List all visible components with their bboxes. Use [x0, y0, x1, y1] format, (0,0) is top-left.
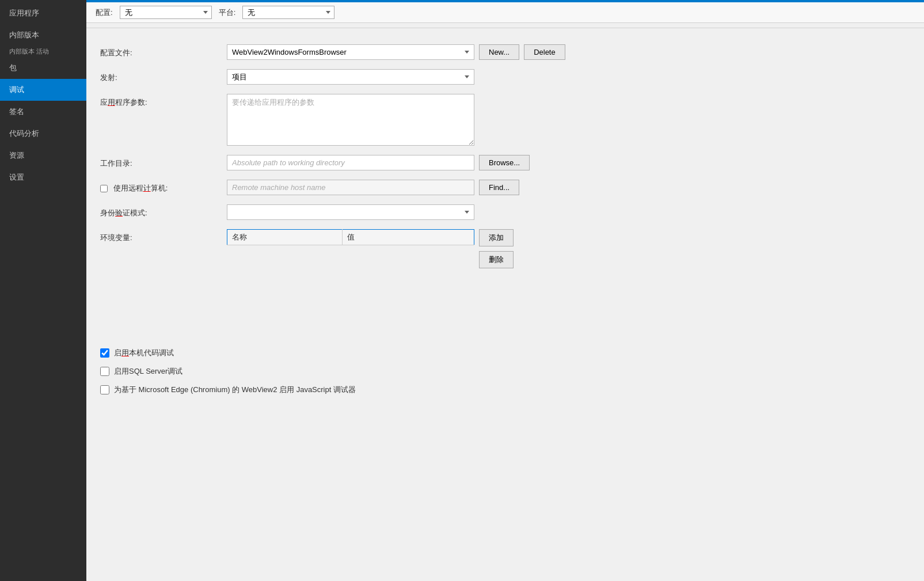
app-params-input[interactable] [227, 94, 474, 146]
launch-label: 发射: [100, 69, 227, 83]
new-button[interactable]: New... [479, 44, 519, 60]
add-env-button[interactable]: 添加 [479, 229, 514, 246]
config-file-row: 配置文件: WebView2WindowsFormsBrowser New...… [100, 44, 910, 60]
webview2-debug-checkbox[interactable] [100, 385, 109, 394]
auth-mode-controls [227, 204, 910, 220]
sidebar: 应用程序 内部版本 内部版本 活动 包 调试 签名 代码分析 资源 设置 [0, 0, 86, 581]
form-content: 配置文件: WebView2WindowsFormsBrowser New...… [86, 33, 924, 581]
working-dir-controls: Browse... [227, 155, 910, 170]
remote-machine-controls: Find... [227, 180, 910, 195]
remote-machine-input[interactable] [227, 180, 474, 195]
remove-env-button[interactable]: 删除 [479, 251, 514, 268]
native-debug-checkbox[interactable] [100, 348, 109, 358]
sql-debug-label: 启用SQL Server调试 [114, 366, 182, 377]
sidebar-item-internal-sub[interactable]: 内部版本 活动 [0, 46, 86, 57]
platform-label: 平台: [219, 7, 236, 18]
config-label: 配置: [96, 7, 113, 18]
working-dir-label: 工作目录: [100, 155, 227, 169]
config-file-label: 配置文件: [100, 44, 227, 58]
launch-controls: 项目 [227, 69, 910, 85]
env-table: 名称 值 [227, 229, 474, 245]
app-params-controls [227, 94, 910, 146]
env-vars-row: 环境变量: 名称 值 添加 [100, 229, 910, 339]
sql-debug-row: 启用SQL Server调试 [100, 366, 910, 377]
native-debug-label: 启用本机代码调试 [114, 348, 174, 358]
browse-button[interactable]: Browse... [479, 155, 530, 170]
config-file-select[interactable]: WebView2WindowsFormsBrowser [227, 44, 474, 60]
sidebar-item-app[interactable]: 应用程序 [0, 2, 86, 24]
config-select[interactable]: 无 [120, 6, 212, 19]
sidebar-item-debug[interactable]: 调试 [0, 79, 86, 101]
auth-mode-select[interactable] [227, 204, 474, 220]
top-toolbar: 配置: 无 平台: 无 [86, 2, 924, 23]
env-col-value-header: 值 [343, 230, 474, 245]
app-params-row: 应用程序参数: [100, 94, 910, 146]
env-btn-col: 添加 删除 [479, 229, 514, 268]
sidebar-item-resources[interactable]: 资源 [0, 145, 86, 166]
launch-row: 发射: 项目 [100, 69, 910, 85]
main-content: 配置: 无 平台: 无 配置文件: WebView2WindowsFormsBr… [86, 0, 924, 581]
webview2-debug-label: 为基于 Microsoft Edge (Chromium) 的 WebView2… [114, 385, 356, 395]
env-vars-controls: 名称 值 添加 删除 [227, 229, 910, 339]
auth-mode-row: 身份验证模式: [100, 204, 910, 220]
env-vars-label: 环境变量: [100, 229, 227, 243]
env-table-container: 名称 值 [227, 229, 474, 339]
sidebar-item-package[interactable]: 包 [0, 57, 86, 79]
remote-machine-label: 使用远程计算机: [100, 180, 227, 193]
sidebar-item-code-analysis[interactable]: 代码分析 [0, 123, 86, 145]
find-button[interactable]: Find... [479, 180, 519, 195]
delete-button[interactable]: Delete [524, 44, 565, 60]
sidebar-item-settings[interactable]: 设置 [0, 166, 86, 188]
launch-select[interactable]: 项目 [227, 69, 474, 85]
remote-machine-checkbox[interactable] [100, 185, 108, 192]
webview2-debug-row: 为基于 Microsoft Edge (Chromium) 的 WebView2… [100, 385, 910, 395]
native-debug-row: 启用本机代码调试 [100, 348, 910, 358]
sql-debug-checkbox[interactable] [100, 367, 109, 376]
platform-select[interactable]: 无 [242, 6, 334, 19]
sidebar-item-internal[interactable]: 内部版本 [0, 24, 86, 46]
working-dir-input[interactable] [227, 155, 474, 170]
working-dir-row: 工作目录: Browse... [100, 155, 910, 170]
app-params-label: 应用程序参数: [100, 94, 227, 108]
remote-machine-row: 使用远程计算机: Find... [100, 180, 910, 195]
sidebar-item-sign[interactable]: 签名 [0, 101, 86, 123]
auth-mode-label: 身份验证模式: [100, 204, 227, 218]
env-col-name-header: 名称 [227, 230, 343, 245]
config-file-controls: WebView2WindowsFormsBrowser New... Delet… [227, 44, 910, 60]
